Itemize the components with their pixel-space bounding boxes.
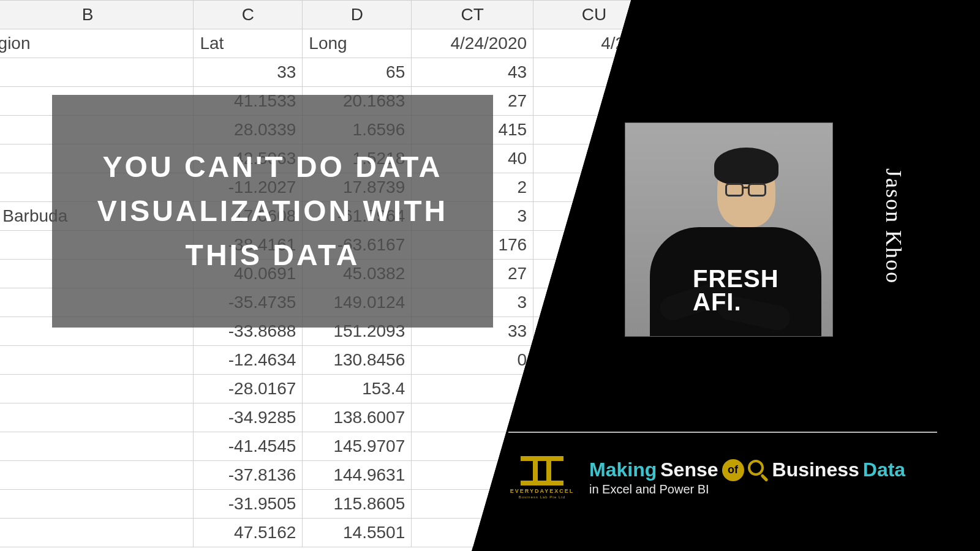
cell: [0, 461, 194, 490]
cell: [412, 375, 533, 403]
col-letter-D: D: [303, 1, 412, 29]
table-row: -28.0167153.4: [0, 375, 655, 403]
col-letter-B: B: [0, 1, 194, 29]
divider-line: [508, 432, 937, 433]
cell: 138.6007: [303, 403, 412, 432]
cell: 153.4: [303, 375, 412, 403]
tagline-word: Making: [589, 459, 657, 481]
cell: [0, 403, 194, 432]
cell: 0: [412, 346, 533, 375]
logo-subtitle: Business Lab Pte Ltd: [519, 495, 566, 499]
cell: [0, 519, 194, 547]
cell: -28.0167: [194, 375, 303, 403]
cell: [533, 58, 655, 87]
cell: 144.9631: [303, 461, 412, 490]
table-row: 47.516214.5501: [0, 519, 655, 547]
magnifier-icon: [748, 460, 769, 481]
logo-icon: [521, 456, 564, 485]
cell: -37.8136: [194, 461, 303, 490]
column-letter-row: B C D CT CU: [0, 1, 655, 29]
brand-logo: EVERYDAYEXCEL Business Lab Pte Ltd: [508, 456, 576, 499]
col-letter-C: C: [194, 1, 303, 29]
cell: [533, 519, 655, 547]
cell: -41.4545: [194, 432, 303, 461]
tagline-word: Business: [772, 459, 859, 481]
cell: [533, 346, 655, 375]
hdr-lat: Lat: [194, 29, 303, 58]
cell: 47.5162: [194, 519, 303, 547]
glasses-icon: [748, 183, 766, 197]
tagline-top: Making Sense of Business Data: [589, 459, 905, 481]
of-badge-icon: of: [722, 459, 744, 481]
cell: 115.8605: [303, 490, 412, 519]
cell: [0, 375, 194, 403]
cell: [0, 490, 194, 519]
glasses-icon: [743, 187, 749, 189]
shirt-line-1: FRESH: [693, 267, 779, 290]
col-letter-CU: CU: [533, 1, 655, 29]
cell: [0, 432, 194, 461]
shirt-line-2: AFI.: [693, 290, 779, 313]
cell: -12.4634: [194, 346, 303, 375]
hdr-date-cu: 4/25/2: [533, 29, 655, 58]
tagline: Making Sense of Business Data in Excel a…: [589, 459, 905, 497]
title-text: YOU CAN'T DO DATA VISUALIZATION WITH THI…: [70, 145, 475, 277]
logo-brand-text: EVERYDAYEXCEL: [510, 488, 574, 494]
cell: -34.9285: [194, 403, 303, 432]
table-row: -12.4634130.84560: [0, 346, 655, 375]
cell: [533, 403, 655, 432]
cell: 65: [303, 58, 412, 87]
cell: 43: [412, 58, 533, 87]
cell: 145.9707: [303, 432, 412, 461]
glasses-icon: [725, 183, 744, 197]
author-photo: FRESH AFI.: [625, 122, 833, 337]
author-name: Jason Khoo: [881, 168, 907, 284]
header-row: egion Lat Long 4/24/2020 4/25/2: [0, 29, 655, 58]
cell: 14.5501: [303, 519, 412, 547]
cell: n: [0, 58, 194, 87]
title-overlay: YOU CAN'T DO DATA VISUALIZATION WITH THI…: [52, 95, 493, 328]
cell: 33: [194, 58, 303, 87]
thumbnail-stage: B C D CT CU egion Lat Long 4/24/2020 4/2…: [0, 0, 980, 551]
tagline-word: Data: [863, 459, 905, 481]
cell: [412, 403, 533, 432]
signature-row: EVERYDAYEXCEL Business Lab Pte Ltd Makin…: [508, 456, 905, 499]
tagline-sub: in Excel and Power BI: [589, 482, 905, 497]
cell: 130.8456: [303, 346, 412, 375]
col-letter-CT: CT: [412, 1, 533, 29]
cell: [412, 519, 533, 547]
cell: [533, 87, 655, 116]
tagline-word: Sense: [660, 459, 718, 481]
cell: [0, 346, 194, 375]
shirt-text: FRESH AFI.: [693, 267, 779, 313]
cell: -31.9505: [194, 490, 303, 519]
hdr-date-ct: 4/24/2020: [412, 29, 533, 58]
cell: [533, 375, 655, 403]
hdr-long: Long: [303, 29, 412, 58]
table-row: n336543: [0, 58, 655, 87]
photo-hair: [714, 148, 778, 184]
hdr-region: egion: [0, 29, 194, 58]
table-row: -34.9285138.6007: [0, 403, 655, 432]
